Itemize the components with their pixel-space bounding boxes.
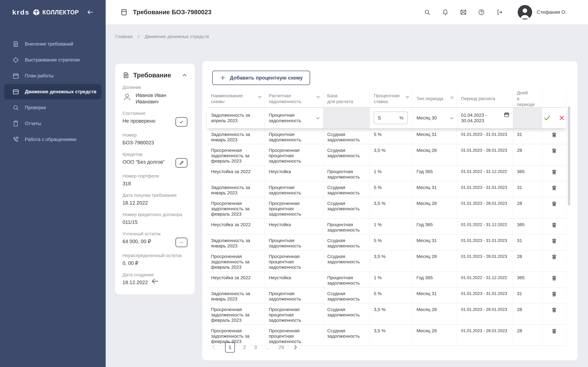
table-row: Неустойка за 2022 Неустойка Процентная з… xyxy=(207,218,566,234)
collapse-sidebar-button[interactable] xyxy=(87,9,94,16)
help-button[interactable] xyxy=(478,9,485,16)
person-icon xyxy=(122,92,132,105)
delete-row-button[interactable] xyxy=(550,237,558,245)
sidebar-item-label: Движение денежных стредств xyxy=(25,89,96,94)
chevron-down-icon xyxy=(449,116,454,121)
add-scheme-button[interactable]: Добавить процентную схему xyxy=(212,71,310,85)
delete-row-button[interactable] xyxy=(550,131,558,139)
table-row: Просроченная задолженность за февраль 20… xyxy=(207,197,566,218)
column-header-rate[interactable]: Процентная ставка xyxy=(370,90,413,107)
table-scrollbar-thumb[interactable] xyxy=(568,106,570,206)
column-header-period-type[interactable]: Тип периода xyxy=(413,90,457,107)
delete-row-button[interactable] xyxy=(550,221,558,229)
delete-row-button[interactable] xyxy=(550,274,558,282)
debtor-name[interactable]: Иванов Иван Иванович xyxy=(136,92,177,105)
delete-row-button[interactable] xyxy=(550,306,558,314)
filter-icon[interactable] xyxy=(257,94,262,100)
avatar[interactable] xyxy=(518,5,532,19)
filter-icon[interactable] xyxy=(315,94,321,100)
search-button[interactable] xyxy=(424,9,431,16)
brand-product-name: КОЛЛЕКТОР xyxy=(43,9,79,16)
field-state: Состояние Не проверено xyxy=(122,110,187,127)
sidebar-item-vystraivanie-strategii[interactable]: Выстраивание стратегии xyxy=(4,52,101,67)
edit-debt-type-dropdown[interactable]: Процентная задолженность xyxy=(265,108,323,128)
breadcrumb-home[interactable]: Главная xyxy=(115,34,133,39)
sidebar-item-plan-raboty[interactable]: План работы xyxy=(4,68,101,83)
trash-icon xyxy=(551,185,557,191)
rate-input[interactable]: 5 % xyxy=(374,112,408,124)
edit-creditor-button[interactable] xyxy=(175,158,187,167)
column-header-period[interactable]: Период расчета xyxy=(457,90,513,107)
messages-button[interactable] xyxy=(460,9,467,16)
delete-row-button[interactable] xyxy=(550,168,558,176)
page-button-3[interactable]: 3 xyxy=(254,344,257,350)
trash-icon xyxy=(551,201,557,207)
delete-row-button[interactable] xyxy=(550,253,558,261)
bell-icon xyxy=(442,9,449,16)
filter-icon[interactable] xyxy=(405,94,410,100)
phone-chat-icon xyxy=(12,136,19,143)
column-header-base[interactable]: База для расчета xyxy=(323,90,370,107)
edit-rate-cell: 5 % xyxy=(370,108,413,128)
chevron-right-icon xyxy=(137,34,141,39)
cube-logo-icon xyxy=(32,8,40,16)
page-title-block: Требование БОЗ-7980023 xyxy=(120,8,211,16)
column-header-name[interactable]: Наименование схемы xyxy=(207,90,265,107)
mail-icon xyxy=(460,9,467,16)
edit-period-type-dropdown[interactable]: Месяц 30 xyxy=(413,108,457,128)
cancel-row-button[interactable] xyxy=(558,115,565,121)
sidebar-item-proverki[interactable]: Проверки xyxy=(4,100,101,115)
logout-button[interactable] xyxy=(496,9,503,16)
sidebar-item-vnesenie-trebovaniy[interactable]: Внесение требований xyxy=(4,36,101,52)
trash-icon xyxy=(551,275,557,281)
trash-icon xyxy=(551,328,557,334)
page-button-2[interactable]: 2 xyxy=(243,344,246,350)
confirm-row-button[interactable] xyxy=(543,114,551,122)
page-button-1[interactable]: 1 xyxy=(225,342,235,353)
page-button-29[interactable]: 29 xyxy=(279,344,284,350)
page-prev-button[interactable] xyxy=(211,344,217,350)
filter-icon[interactable] xyxy=(449,95,455,101)
notifications-button[interactable] xyxy=(442,9,449,16)
trash-icon xyxy=(551,254,557,260)
sidebar-item-label: Проверки xyxy=(25,105,46,110)
user-name[interactable]: Стефания О. xyxy=(537,9,567,15)
column-header-days[interactable]: Дней в периоде xyxy=(513,90,542,107)
edit-period-cell[interactable]: 01.04.2023 - 30.04.2023 xyxy=(457,108,513,128)
trash-icon xyxy=(551,238,557,244)
delete-row-button[interactable] xyxy=(550,147,558,155)
edit-actions-cell xyxy=(542,108,566,128)
document-lines-icon xyxy=(122,72,130,79)
page-next-button[interactable] xyxy=(292,344,298,350)
delete-row-button[interactable] xyxy=(550,327,558,335)
page-ellipsis: … xyxy=(265,344,270,350)
field-label: Номер кредитного договора xyxy=(122,212,187,217)
sidebar-item-rabota-s-obrascheniyami[interactable]: Работа с обращениями xyxy=(4,132,101,147)
edit-name-cell[interactable]: Задолженность за апрель 2023 xyxy=(207,108,265,128)
verify-claim-button[interactable] xyxy=(175,117,187,127)
add-scheme-label: Добавить процентную схему xyxy=(230,75,303,81)
trash-icon xyxy=(551,307,557,313)
trash-icon xyxy=(551,132,557,138)
delete-row-button[interactable] xyxy=(550,184,558,192)
check-icon xyxy=(543,114,551,122)
calendar-icon[interactable] xyxy=(504,112,510,118)
sidebar-item-dvizhenie-denezhnyh-sredstv[interactable]: Движение денежных стредств xyxy=(4,84,101,100)
table-row: Просроченная задолженность за февраль 20… xyxy=(207,303,566,325)
sidebar-nav: Внесение требований Выстраивание стратег… xyxy=(0,36,106,147)
sidebar-item-otchety[interactable]: Отчеты xyxy=(4,116,101,131)
arrow-left-icon xyxy=(87,9,94,16)
balance-more-button[interactable] xyxy=(175,238,187,247)
ellipsis-icon xyxy=(179,240,184,245)
field-portfolio: Номер портфеля 318 xyxy=(122,173,187,187)
checkbox-icon xyxy=(179,119,184,125)
table-header-row: Наименование схемы Расчетная задолженнос… xyxy=(207,90,566,108)
field-label: Кредитор xyxy=(122,151,187,157)
column-header-debt-type[interactable]: Расчетная задолженность xyxy=(265,90,323,107)
back-button[interactable] xyxy=(151,277,159,285)
claim-card: Требование Должник Иванов Иван Иванович … xyxy=(115,64,195,294)
collapse-card-button[interactable] xyxy=(182,72,187,78)
delete-row-button[interactable] xyxy=(550,290,558,298)
delete-row-button[interactable] xyxy=(550,200,558,208)
app-root: { "theme":{"accent":"#3E4A6B","sidebar_b… xyxy=(0,0,588,367)
